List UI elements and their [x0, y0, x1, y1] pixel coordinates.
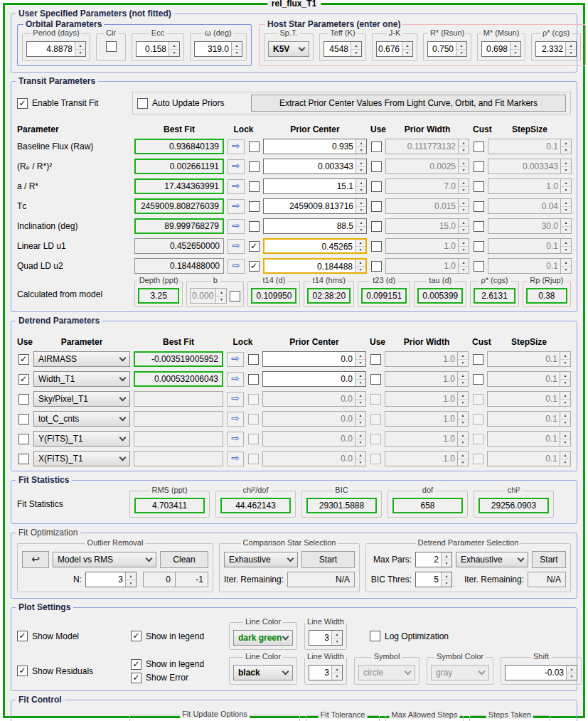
spinner-buttons[interactable]	[565, 42, 576, 56]
spin-down-icon[interactable]	[458, 439, 468, 447]
step-size-spinner[interactable]: 0.1	[487, 411, 571, 427]
copy-best-to-prior-button[interactable]: ⇨	[227, 432, 244, 447]
spinner-buttons[interactable]	[231, 42, 242, 56]
spinner-buttons[interactable]	[75, 42, 85, 56]
cust-checkbox[interactable]	[474, 201, 484, 212]
use-prior-checkbox[interactable]	[370, 434, 381, 444]
spinner-buttons[interactable]	[560, 199, 571, 213]
use-prior-checkbox[interactable]	[371, 201, 382, 212]
cust-checkbox[interactable]	[474, 241, 484, 252]
copy-best-to-prior-button[interactable]: ⇨	[227, 372, 244, 387]
spin-down-icon[interactable]	[561, 167, 571, 174]
detrend-param-select[interactable]: Width_T1	[33, 371, 130, 387]
spinner-buttons[interactable]	[457, 452, 468, 466]
detrend-start-button[interactable]: Start	[532, 551, 566, 568]
spin-up-icon[interactable]	[459, 239, 469, 247]
spin-down-icon[interactable]	[169, 50, 179, 57]
use-prior-checkbox[interactable]	[371, 161, 382, 172]
prior-width-spinner[interactable]: 0.0025	[385, 159, 469, 174]
cust-checkbox[interactable]	[473, 374, 483, 385]
spinner-buttons[interactable]	[355, 412, 365, 426]
spin-up-icon[interactable]	[458, 452, 468, 459]
spin-up-icon[interactable]	[356, 352, 365, 360]
detrend-param-select[interactable]: Y(FITS)_T1	[33, 431, 130, 447]
spin-up-icon[interactable]	[511, 42, 520, 50]
copy-best-to-prior-button[interactable]: ⇨	[227, 352, 244, 367]
spinner-buttons[interactable]	[560, 452, 570, 466]
lock-checkbox[interactable]	[248, 394, 259, 405]
cust-checkbox[interactable]	[473, 454, 483, 464]
copy-best-to-prior-button[interactable]: ⇨	[228, 219, 245, 234]
spin-down-icon[interactable]	[356, 207, 366, 214]
step-size-spinner[interactable]: 0.1	[488, 258, 572, 274]
step-size-spinner[interactable]: 0.04	[488, 198, 572, 214]
detrend-param-select[interactable]: Sky/Pixel_T1	[33, 391, 130, 407]
spinner-buttons[interactable]	[457, 392, 468, 406]
spin-down-icon[interactable]	[560, 420, 570, 427]
spin-up-icon[interactable]	[356, 139, 366, 147]
spinner-buttons[interactable]	[331, 631, 342, 645]
show-error-checkbox[interactable]	[131, 673, 141, 683]
spinner-buttons[interactable]	[510, 42, 520, 56]
spin-up-icon[interactable]	[561, 219, 571, 227]
spin-down-icon[interactable]	[356, 400, 365, 407]
spinner-buttons[interactable]	[355, 240, 365, 252]
lock-checkbox[interactable]	[248, 354, 259, 365]
spinner-buttons[interactable]	[355, 452, 365, 466]
copy-best-to-prior-button[interactable]: ⇨	[228, 259, 245, 274]
spinner-buttons[interactable]	[356, 139, 366, 154]
spin-up-icon[interactable]	[169, 42, 179, 50]
prior-center-spinner[interactable]: 0.003343	[263, 159, 367, 174]
cust-checkbox[interactable]	[474, 181, 484, 192]
spin-down-icon[interactable]	[458, 380, 468, 387]
spin-up-icon[interactable]	[458, 412, 468, 420]
mstar-spinner[interactable]: 0.698	[481, 41, 521, 57]
spinner-buttons[interactable]	[441, 572, 451, 587]
eccentricity-spinner[interactable]: 0.158	[136, 41, 180, 57]
spin-down-icon[interactable]	[442, 580, 451, 587]
spin-up-icon[interactable]	[356, 179, 366, 187]
spin-down-icon[interactable]	[459, 247, 469, 254]
copy-best-to-prior-button[interactable]: ⇨	[228, 139, 245, 154]
spinner-buttons[interactable]	[458, 139, 469, 154]
spin-up-icon[interactable]	[356, 240, 365, 247]
spinner-buttons[interactable]	[331, 666, 342, 680]
spin-up-icon[interactable]	[356, 159, 366, 167]
cust-checkbox[interactable]	[473, 354, 483, 365]
spin-down-icon[interactable]	[560, 360, 570, 367]
extract-prior-values-button[interactable]: Extract Prior Center Values From Light C…	[251, 95, 566, 112]
spin-down-icon[interactable]	[356, 167, 366, 174]
use-detrend-checkbox[interactable]	[18, 434, 29, 444]
spin-down-icon[interactable]	[402, 50, 412, 57]
spin-up-icon[interactable]	[458, 372, 468, 380]
clean-button[interactable]: Clean	[160, 551, 208, 568]
prior-center-spinner[interactable]: 0.45265	[263, 238, 367, 254]
prior-width-spinner[interactable]: 1.0	[385, 451, 469, 466]
impact-parameter-spinner[interactable]: 0.000	[190, 288, 227, 304]
spin-up-icon[interactable]	[356, 432, 365, 439]
spin-up-icon[interactable]	[459, 159, 469, 167]
spinner-buttons[interactable]	[457, 352, 468, 366]
spin-up-icon[interactable]	[459, 139, 469, 147]
spin-down-icon[interactable]	[332, 639, 342, 646]
spin-up-icon[interactable]	[560, 372, 570, 380]
spin-up-icon[interactable]	[351, 42, 361, 50]
spin-up-icon[interactable]	[126, 572, 136, 580]
use-detrend-checkbox[interactable]	[18, 374, 29, 385]
spinner-buttons[interactable]	[458, 199, 469, 213]
spin-down-icon[interactable]	[560, 439, 570, 447]
symbol-color-select[interactable]: gray	[431, 665, 489, 680]
prior-center-spinner[interactable]: 0.184488	[263, 258, 367, 274]
use-prior-checkbox[interactable]	[370, 414, 381, 424]
spinner-buttons[interactable]	[458, 159, 469, 173]
spin-up-icon[interactable]	[456, 42, 466, 50]
circular-orbit-checkbox[interactable]	[106, 41, 117, 52]
spin-down-icon[interactable]	[332, 673, 342, 680]
spinner-buttons[interactable]	[560, 139, 571, 154]
lock-checkbox[interactable]	[249, 181, 260, 192]
use-prior-checkbox[interactable]	[370, 454, 381, 464]
use-prior-checkbox[interactable]	[371, 261, 382, 272]
spin-up-icon[interactable]	[356, 260, 365, 267]
lock-checkbox[interactable]	[249, 241, 260, 252]
spinner-buttons[interactable]	[351, 42, 361, 56]
